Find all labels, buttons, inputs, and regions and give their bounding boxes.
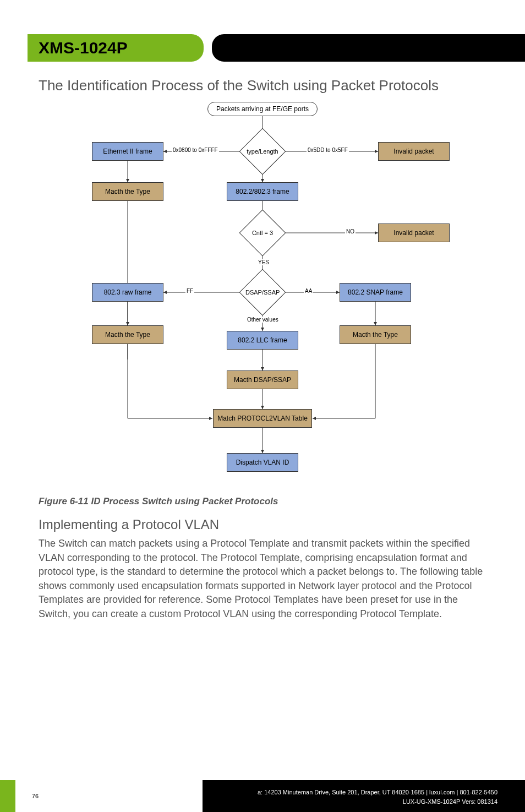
node-label: Ethernet II frame xyxy=(103,148,152,155)
flowchart-node-match-type3: Macth the Type xyxy=(340,325,411,344)
flowchart-decision-dsap-ssap: DSAP/SSAP xyxy=(239,269,286,316)
edge-label-other: Other values xyxy=(246,317,280,323)
edge-label-ff: FF xyxy=(185,288,194,294)
section-title: The Identification Process of the Switch… xyxy=(39,77,486,94)
edge-label-0x0800: 0x0800 to 0xFFFF xyxy=(172,147,219,153)
flowchart-node-ethernet-ii: Ethernet II frame xyxy=(92,142,163,161)
node-label: Macth the Type xyxy=(105,188,150,195)
flowchart-decision-type-length: type/Length xyxy=(239,128,286,175)
subsection-title: Implementing a Protocol VLAN xyxy=(39,517,486,532)
node-label: 802.3 raw frame xyxy=(104,288,152,296)
flowchart-diagram: Packets arriving at FE/GE ports type/Len… xyxy=(53,101,472,486)
node-label: Packets arriving at FE/GE ports xyxy=(216,105,309,113)
flowchart-node-8022-llc: 802.2 LLC frame xyxy=(227,331,298,350)
node-label: 802.2 LLC frame xyxy=(238,336,287,344)
edge-label-yes: YES xyxy=(257,259,270,265)
header-black-strip xyxy=(212,34,525,62)
flowchart-node-match-dsap: Macth DSAP/SSAP xyxy=(227,370,298,389)
node-label: Macth DSAP/SSAP xyxy=(234,376,291,384)
node-label: Macth the Type xyxy=(105,331,150,339)
footer-green-strip xyxy=(0,780,15,812)
node-label: Invalid packet xyxy=(393,229,434,237)
node-label: 802.2 SNAP frame xyxy=(348,288,403,296)
footer-address: a: 14203 Minuteman Drive, Suite 201, Dra… xyxy=(208,788,497,797)
flowchart-node-8023-frame: 802.2/802.3 frame xyxy=(227,182,298,201)
flowchart-node-invalid2: Invalid packet xyxy=(378,224,450,242)
figure-caption: Figure 6-11 ID Process Switch using Pack… xyxy=(39,496,486,507)
footer-bar: 76 a: 14203 Minuteman Drive, Suite 201, … xyxy=(0,780,525,812)
edge-label-no: NO xyxy=(345,228,356,235)
flowchart-node-match-table: Match PROTOCL2VLAN Table xyxy=(213,409,312,428)
page-number: 76 xyxy=(32,793,39,799)
flowchart-node-match-type1: Macth the Type xyxy=(92,182,163,201)
edge-label-aa: AA xyxy=(304,288,313,294)
footer-white-area: 76 xyxy=(15,780,203,812)
flowchart-node-8022-snap: 802.2 SNAP frame xyxy=(340,283,411,302)
header-bar: XMS-1024P xyxy=(28,34,525,62)
flowchart-node-invalid1: Invalid packet xyxy=(378,142,450,161)
node-label: 802.2/802.3 frame xyxy=(236,188,289,195)
node-label: Invalid packet xyxy=(393,148,434,155)
flowchart-node-8023-raw: 802.3 raw frame xyxy=(92,283,163,302)
node-label: DSAP/SSAP xyxy=(245,289,280,296)
node-label: type/Length xyxy=(247,148,278,155)
flowchart-node-dispatch: Dispatch VLAN ID xyxy=(227,453,298,472)
footer-docline: LUX-UG-XMS-1024P Vers: 081314 xyxy=(208,797,497,806)
product-model-badge: XMS-1024P xyxy=(28,34,204,62)
flowchart-start-node: Packets arriving at FE/GE ports xyxy=(207,102,318,116)
flowchart-node-match-type2: Macth the Type xyxy=(92,325,163,344)
page-content: The Identification Process of the Switch… xyxy=(39,77,486,621)
node-label: Cntl = 3 xyxy=(247,230,278,236)
edge-label-0x5dd: 0x5DD to 0x5FF xyxy=(307,147,349,153)
flowchart-decision-cntl3: Cntl = 3 xyxy=(239,210,286,257)
node-label: Dispatch VLAN ID xyxy=(236,459,289,466)
node-label: Match PROTOCL2VLAN Table xyxy=(217,415,308,422)
node-label: Macth the Type xyxy=(353,331,398,339)
product-model-text: XMS-1024P xyxy=(39,39,128,57)
footer-black-area: a: 14203 Minuteman Drive, Suite 201, Dra… xyxy=(203,780,525,812)
body-text: The Switch can match packets using a Pro… xyxy=(39,537,486,621)
